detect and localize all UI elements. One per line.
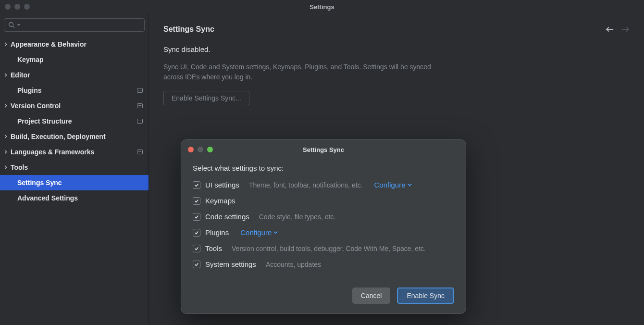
sync-option-tools: Tools Version control, build tools, debu… [193, 244, 454, 252]
chevron-right-icon [2, 135, 10, 138]
nav-back-button[interactable] [606, 26, 614, 33]
dialog-zoom-icon[interactable] [207, 147, 213, 152]
checkbox-tools[interactable] [193, 245, 200, 252]
sidebar-item-project-structure[interactable]: Project Structure [0, 113, 149, 129]
window-zoom-icon[interactable] [24, 4, 30, 10]
search-icon [8, 22, 15, 28]
dialog-minimize-icon [198, 147, 203, 152]
configure-plugins-link[interactable]: Configure [240, 228, 278, 237]
checkbox-label: Plugins [205, 228, 229, 237]
checkbox-label: Keymaps [205, 197, 235, 205]
sync-option-plugins: Plugins Configure [193, 228, 454, 237]
chevron-right-icon [2, 42, 10, 46]
chevron-right-icon [2, 150, 10, 154]
sync-status: Sync disabled. [163, 45, 630, 53]
window-close-icon[interactable] [5, 4, 11, 10]
sidebar: Appearance & Behavior Keymap Editor Plug… [0, 13, 149, 325]
dialog-title: Settings Sync [303, 146, 344, 153]
sidebar-item-label: Plugins [17, 87, 42, 94]
sync-option-code-settings: Code settings Code style, file types, et… [193, 212, 454, 221]
chevron-right-icon [2, 165, 10, 169]
sidebar-item-label: Editor [11, 71, 30, 79]
checkbox-hint: Code style, file types, etc. [259, 213, 336, 221]
project-scope-icon [137, 103, 143, 108]
checkbox-hint: Accounts, updates [266, 261, 321, 268]
checkbox-label: UI settings [205, 181, 239, 189]
checkbox-hint: Theme, font, toolbar, notifications, etc… [249, 181, 363, 189]
search-input[interactable] [23, 22, 140, 29]
sidebar-item-label: Version Control [11, 102, 61, 110]
nav-arrows [606, 26, 630, 33]
window-titlebar: Settings [0, 0, 644, 13]
checkbox-label: Code settings [205, 212, 249, 221]
sync-description: Sync UI, Code and System settings, Keyma… [163, 62, 433, 82]
chevron-right-icon [2, 73, 10, 77]
enable-settings-sync-button[interactable]: Enable Settings Sync... [163, 91, 249, 105]
checkbox-plugins[interactable] [193, 229, 200, 237]
project-scope-icon [137, 119, 143, 124]
sidebar-item-languages-frameworks[interactable]: Languages & Frameworks [0, 144, 149, 160]
sidebar-item-editor[interactable]: Editor [0, 67, 149, 83]
search-box[interactable] [4, 18, 145, 32]
sidebar-item-advanced-settings[interactable]: Advanced Settings [0, 190, 149, 206]
settings-tree: Appearance & Behavior Keymap Editor Plug… [0, 37, 149, 206]
sidebar-item-label: Settings Sync [17, 179, 62, 187]
settings-sync-dialog: Settings Sync Select what settings to sy… [181, 139, 466, 314]
sync-option-system-settings: System settings Accounts, updates [193, 260, 454, 268]
svg-line-1 [13, 26, 15, 28]
sidebar-item-label: Build, Execution, Deployment [11, 133, 106, 140]
chevron-right-icon [2, 104, 10, 108]
sidebar-item-label: Appearance & Behavior [11, 40, 87, 48]
sync-option-keymaps: Keymaps [193, 197, 454, 205]
sidebar-item-label: Advanced Settings [17, 194, 78, 202]
page-title: Settings Sync [163, 25, 214, 34]
sidebar-item-build-execution-deployment[interactable]: Build, Execution, Deployment [0, 129, 149, 144]
checkbox-keymaps[interactable] [193, 197, 200, 205]
sidebar-item-version-control[interactable]: Version Control [0, 98, 149, 113]
sidebar-item-settings-sync[interactable]: Settings Sync [0, 175, 149, 190]
nav-forward-button [621, 26, 630, 33]
window-traffic-lights [5, 4, 30, 10]
checkbox-label: Tools [205, 244, 222, 252]
sidebar-item-plugins[interactable]: Plugins [0, 83, 149, 98]
sidebar-item-tools[interactable]: Tools [0, 160, 149, 175]
chevron-down-icon [273, 230, 278, 235]
svg-point-0 [9, 23, 13, 27]
window-title: Settings [310, 3, 334, 11]
sync-option-ui-settings: UI settings Theme, font, toolbar, notifi… [193, 181, 454, 189]
link-label: Configure [374, 181, 405, 189]
checkbox-hint: Version control, build tools, debugger, … [232, 245, 426, 252]
cancel-button[interactable]: Cancel [352, 288, 391, 304]
chevron-down-icon [408, 183, 412, 187]
enable-sync-button[interactable]: Enable Sync [397, 288, 454, 304]
window-minimize-icon[interactable] [14, 4, 20, 10]
checkbox-code-settings[interactable] [193, 213, 200, 221]
sidebar-item-keymap[interactable]: Keymap [0, 52, 149, 67]
checkbox-ui-settings[interactable] [193, 181, 200, 189]
sidebar-item-label: Keymap [17, 56, 43, 63]
link-label: Configure [240, 228, 272, 237]
checkbox-label: System settings [205, 260, 256, 268]
dropdown-caret-icon [17, 23, 21, 27]
sidebar-item-label: Tools [11, 163, 28, 171]
checkbox-system-settings[interactable] [193, 261, 200, 268]
sidebar-item-label: Languages & Frameworks [11, 148, 94, 156]
dialog-close-icon[interactable] [188, 147, 194, 152]
dialog-titlebar: Settings Sync [181, 140, 466, 159]
project-scope-icon [137, 150, 143, 154]
sidebar-item-label: Project Structure [17, 117, 72, 125]
configure-ui-settings-link[interactable]: Configure [374, 181, 411, 189]
project-scope-icon [137, 88, 143, 93]
dialog-heading: Select what settings to sync: [193, 164, 454, 172]
sidebar-item-appearance-behavior[interactable]: Appearance & Behavior [0, 37, 149, 52]
